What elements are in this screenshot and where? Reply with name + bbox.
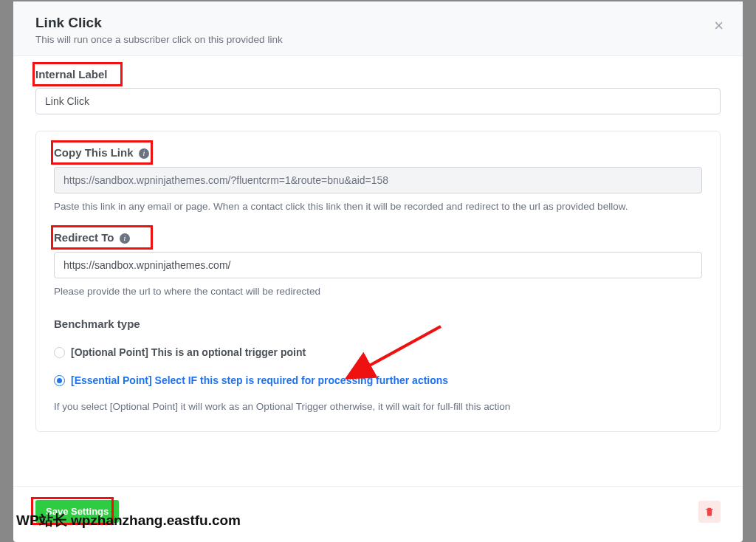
modal-header: Link Click This will run once a subscrib… (13, 1, 743, 56)
copy-link-heading: Copy This Link (54, 146, 134, 159)
modal-footer: Save Settings (13, 486, 743, 542)
benchmark-radio-group: [Optional Point] This is an optional tri… (54, 346, 702, 386)
modal-body: Internal Label Copy This Link i Paste th… (13, 56, 743, 486)
radio-essential[interactable]: [Essential Point] Select IF this step is… (54, 374, 448, 386)
modal-subtitle: This will run once a subscriber click on… (35, 34, 721, 45)
radio-icon (54, 375, 65, 386)
trash-icon (704, 507, 715, 517)
save-settings-button[interactable]: Save Settings (35, 500, 119, 523)
close-button[interactable]: × (714, 18, 724, 34)
radio-optional[interactable]: [Optional Point] This is an optional tri… (54, 346, 306, 358)
copy-link-input[interactable] (54, 167, 702, 193)
link-click-modal: Link Click This will run once a subscrib… (13, 1, 743, 542)
info-icon[interactable]: i (120, 233, 130, 244)
settings-card: Copy This Link i Paste this link in any … (35, 131, 721, 432)
redirect-hint: Please provide the url to where the cont… (54, 286, 702, 297)
close-icon: × (714, 16, 724, 35)
modal-title: Link Click (35, 15, 721, 31)
copy-link-hint: Paste this link in any email or page. Wh… (54, 201, 702, 212)
radio-essential-label: [Essential Point] Select IF this step is… (71, 374, 448, 386)
delete-button[interactable] (698, 501, 721, 523)
info-icon[interactable]: i (139, 148, 149, 159)
internal-label-input[interactable] (35, 88, 721, 114)
radio-optional-label: [Optional Point] This is an optional tri… (71, 346, 306, 358)
benchmark-heading: Benchmark type (54, 318, 140, 330)
redirect-input[interactable] (54, 252, 702, 278)
radio-icon (54, 347, 65, 358)
redirect-heading: Redirect To (54, 231, 114, 244)
benchmark-hint: If you select [Optional Point] it will w… (54, 401, 702, 412)
internal-label-heading: Internal Label (35, 68, 108, 80)
